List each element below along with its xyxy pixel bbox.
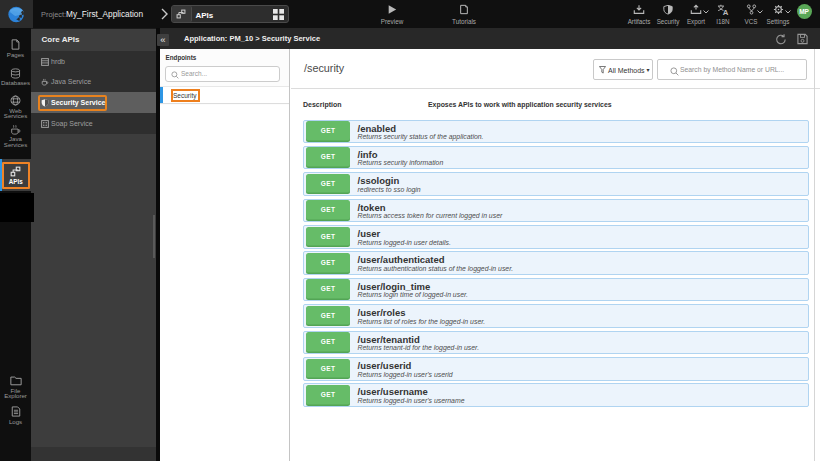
svg-text:A: A bbox=[723, 8, 729, 15]
